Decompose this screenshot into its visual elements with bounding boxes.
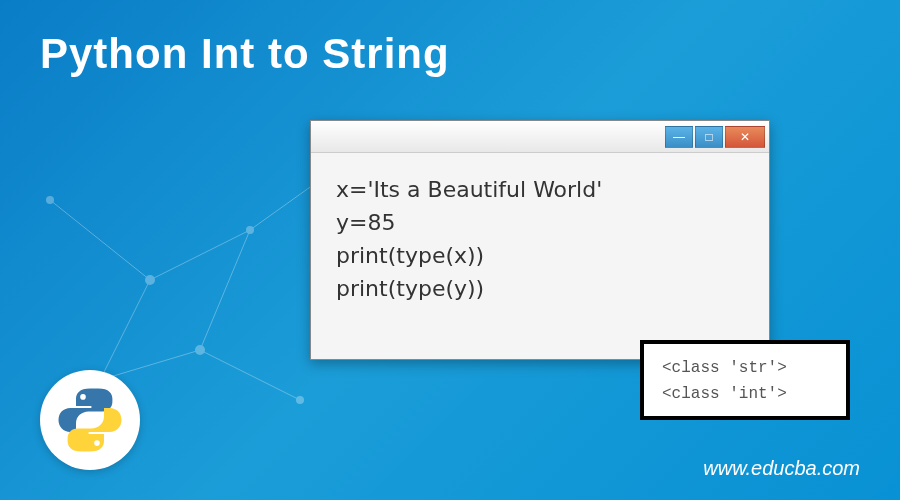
code-line: print(type(y)) bbox=[336, 272, 744, 305]
svg-line-2 bbox=[200, 230, 250, 350]
svg-line-3 bbox=[200, 350, 300, 400]
svg-line-5 bbox=[100, 280, 150, 380]
output-line: <class 'str'> bbox=[662, 356, 828, 382]
page-title: Python Int to String bbox=[40, 30, 450, 78]
svg-line-1 bbox=[150, 230, 250, 280]
minimize-button[interactable]: — bbox=[665, 126, 693, 148]
code-window: — □ ✕ x='Its a Beautiful World' y=85 pri… bbox=[310, 120, 770, 360]
maximize-button[interactable]: □ bbox=[695, 126, 723, 148]
svg-line-4 bbox=[100, 350, 200, 380]
svg-point-11 bbox=[296, 396, 304, 404]
svg-point-8 bbox=[145, 275, 155, 285]
close-button[interactable]: ✕ bbox=[725, 126, 765, 148]
svg-point-9 bbox=[246, 226, 254, 234]
svg-point-7 bbox=[46, 196, 54, 204]
python-icon bbox=[55, 385, 125, 455]
footer-url: www.educba.com bbox=[703, 457, 860, 480]
window-titlebar: — □ ✕ bbox=[311, 121, 769, 153]
code-content: x='Its a Beautiful World' y=85 print(typ… bbox=[311, 153, 769, 325]
output-box: <class 'str'> <class 'int'> bbox=[640, 340, 850, 420]
svg-point-10 bbox=[195, 345, 205, 355]
python-logo bbox=[40, 370, 140, 470]
code-line: print(type(x)) bbox=[336, 239, 744, 272]
svg-line-0 bbox=[50, 200, 150, 280]
svg-point-15 bbox=[94, 440, 100, 446]
svg-point-14 bbox=[80, 394, 86, 400]
output-line: <class 'int'> bbox=[662, 382, 828, 408]
code-line: y=85 bbox=[336, 206, 744, 239]
code-line: x='Its a Beautiful World' bbox=[336, 173, 744, 206]
